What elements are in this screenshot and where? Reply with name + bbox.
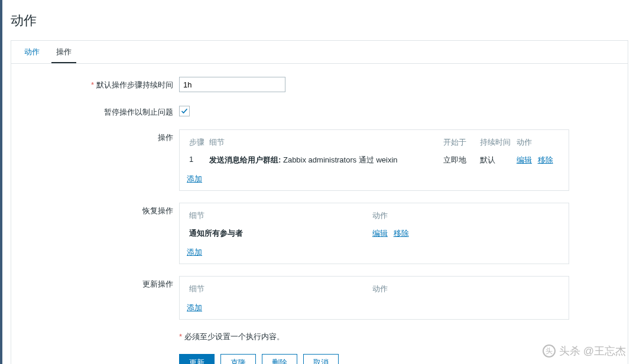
table-row: 通知所有参与者 编辑 移除: [187, 225, 561, 242]
pause-label: 暂停操作以制止问题: [20, 104, 179, 118]
recovery-th-action: 动作: [370, 208, 561, 225]
ops-th-action: 动作: [514, 135, 561, 151]
duration-input[interactable]: [179, 77, 285, 92]
cancel-button[interactable]: 取消: [303, 354, 339, 364]
ops-add-link[interactable]: 添加: [187, 174, 202, 184]
operations-label: 操作: [20, 129, 179, 143]
check-icon: [181, 108, 188, 115]
update-table: 细节 动作 添加: [179, 276, 569, 320]
tab-action[interactable]: 动作: [20, 41, 44, 63]
ops-th-step: 步骤: [187, 135, 207, 151]
recovery-table: 细节 动作 通知所有参与者 编辑: [179, 203, 569, 264]
update-add-link[interactable]: 添加: [187, 303, 202, 313]
hint-text: *必须至少设置一个执行内容。: [179, 332, 284, 342]
ops-th-start: 开始于: [441, 135, 478, 151]
update-label: 更新操作: [20, 276, 179, 290]
recovery-th-detail: 细节: [187, 208, 370, 225]
update-th-detail: 细节: [187, 281, 370, 298]
ops-detail: 发送消息给用户群组: Zabbix administrators 通过 weix…: [207, 151, 441, 169]
ops-th-detail: 细节: [207, 135, 441, 151]
ops-start: 立即地: [441, 151, 478, 169]
delete-button[interactable]: 删除: [262, 354, 297, 364]
update-th-action: 动作: [370, 281, 561, 298]
ops-th-duration: 持续时间: [478, 135, 514, 151]
ops-edit-link[interactable]: 编辑: [517, 155, 532, 164]
tabs: 动作 操作: [11, 41, 628, 64]
ops-step: 1: [187, 151, 207, 169]
recovery-detail: 通知所有参与者: [187, 225, 370, 242]
operations-table: 步骤 细节 开始于 持续时间 动作 1: [179, 129, 569, 191]
table-row: 1 发送消息给用户群组: Zabbix administrators 通过 we…: [187, 151, 561, 169]
ops-remove-link[interactable]: 移除: [538, 155, 553, 164]
recovery-add-link[interactable]: 添加: [187, 247, 202, 258]
pause-checkbox[interactable]: [179, 106, 190, 116]
recovery-label: 恢复操作: [20, 203, 179, 216]
page-title: 动作: [11, 12, 633, 30]
update-button[interactable]: 更新: [179, 354, 215, 364]
ops-duration: 默认: [478, 151, 514, 169]
recovery-edit-link[interactable]: 编辑: [372, 229, 388, 238]
tab-operation[interactable]: 操作: [51, 41, 76, 63]
duration-label: *默认操作步骤持续时间: [20, 77, 179, 90]
recovery-remove-link[interactable]: 移除: [394, 229, 409, 238]
clone-button[interactable]: 克隆: [220, 354, 256, 364]
content-box: 动作 操作 *默认操作步骤持续时间 暂停操作以制止问题: [11, 40, 628, 364]
